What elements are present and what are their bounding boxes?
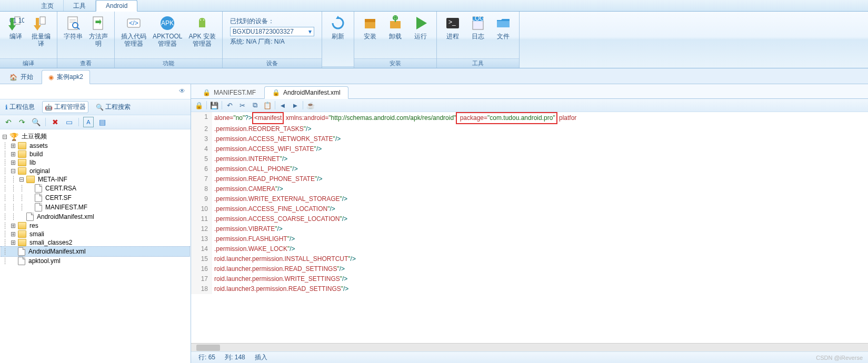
code-line[interactable]: 1alone="no"?><manifest xmlns:android="ht… (191, 112, 868, 124)
tree-folder-build[interactable]: ┊⊞build (1, 150, 189, 158)
file-tab-MANIFEST.MF[interactable]: 🔒MANIFEST.MF (195, 87, 263, 98)
code-line[interactable]: 3.permission.ACCESS_NETWORK_STATE"/> (191, 134, 868, 144)
code-line[interactable]: 17roid.launcher.permission.WRITE_SETTING… (191, 274, 868, 284)
sidebar-tab-工程管理器[interactable]: 🤖工程管理器 (42, 101, 88, 113)
line-number: 9 (191, 194, 212, 204)
project-tree[interactable]: ⊟🏆土豆视频┊⊞assets┊⊞build┊⊞lib┊⊟original┊┊⊟M… (0, 129, 191, 363)
code-line[interactable]: 5.permission.INTERNET"/> (191, 154, 868, 164)
paste-icon[interactable]: 📋 (262, 100, 273, 110)
code-line[interactable]: 7.permission.READ_PHONE_STATE"/> (191, 174, 868, 184)
ribbon-btn-批量编译[interactable]: 批量编译 (28, 14, 54, 58)
tree-file-AndroidManifest.xml[interactable]: ┊┊ AndroidManifest.xml (1, 212, 189, 221)
horizontal-scrollbar[interactable] (191, 343, 868, 351)
sidebar-tab-工程信息[interactable]: ℹ工程信息 (3, 101, 37, 113)
tree-twisty[interactable]: ⊞ (9, 222, 17, 229)
cards-icon[interactable]: ▭ (64, 117, 74, 127)
tree-file-MANIFEST.MF[interactable]: ┊┊┊ MANIFEST.MF (1, 203, 189, 212)
tree-folder-smali_classes2[interactable]: ┊⊞smali_classes2 (1, 238, 189, 247)
save-icon[interactable]: 💾 (208, 100, 220, 110)
code-line[interactable]: 14.permission.WAKE_LOCK"/> (191, 244, 868, 254)
tree-twisty[interactable]: ⊟ (1, 133, 8, 140)
menu-tab-工具[interactable]: 工具 (64, 0, 96, 11)
code-line[interactable]: 15roid.launcher.permission.INSTALL_SHORT… (191, 254, 868, 264)
code-line[interactable]: 13.permission.FLASHLIGHT"/> (191, 234, 868, 244)
tree-twisty[interactable] (9, 248, 17, 255)
tree-folder-lib[interactable]: ┊⊞lib (1, 158, 189, 167)
ribbon-btn-进程[interactable]: >_进程 (440, 14, 465, 58)
code-line[interactable]: 6.permission.CALL_PHONE"/> (191, 164, 868, 174)
tree-twisty[interactable] (26, 204, 34, 211)
tree-file-CERT.SF[interactable]: ┊┊┊ CERT.SF (1, 193, 189, 203)
cut-icon[interactable]: ✂ (236, 100, 248, 110)
ribbon-btn-编译[interactable]: 01 10编译 (3, 14, 28, 58)
ribbon-btn-运行[interactable]: 运行 (408, 14, 433, 58)
ribbon-btn-APK安装管理器[interactable]: APK 安装管理器 (185, 14, 218, 58)
code-line[interactable]: 9.permission.WRITE_EXTERNAL_STORAGE"/> (191, 194, 868, 204)
sidebar-tab-工程搜索[interactable]: 🔍工程搜索 (94, 101, 133, 113)
doc-tab-案例apk2[interactable]: ◉案例apk2 (42, 70, 90, 84)
undo-icon[interactable]: ↶ (224, 100, 235, 110)
lock-icon[interactable]: 🔒 (193, 100, 205, 110)
svg-rect-16 (365, 19, 375, 22)
tree-twisty[interactable]: ⊞ (9, 239, 17, 246)
search-icon[interactable]: 🔍 (31, 117, 41, 127)
tree-twisty[interactable] (9, 257, 17, 265)
tree-file-apktool.yml[interactable]: ┊ apktool.yml (1, 256, 189, 266)
code-line[interactable]: 18roid.launcher3.permission.READ_SETTING… (191, 284, 868, 294)
tree-folder-res[interactable]: ┊⊞res (1, 221, 189, 230)
ribbon-btn-日志[interactable]: LOG日志 (465, 14, 491, 58)
tree-twisty[interactable] (26, 185, 34, 192)
ribbon-btn-刷新[interactable]: 刷新 (325, 14, 351, 66)
file-tab-label: MANIFEST.MF (214, 89, 256, 96)
doc-tab-开始[interactable]: 🏠开始 (3, 70, 39, 84)
back-icon[interactable]: ↶ (3, 117, 14, 127)
code-line[interactable]: 10.permission.ACCESS_FINE_LOCATION"/> (191, 204, 868, 214)
forward-icon[interactable]: ↷ (17, 117, 27, 127)
magnify-doc-icon (65, 15, 82, 32)
tree-twisty[interactable] (26, 194, 34, 201)
goto-back-icon[interactable]: ◄ (277, 100, 288, 110)
code-line[interactable]: 4.permission.ACCESS_WIFI_STATE"/> (191, 144, 868, 154)
tree-folder-assets[interactable]: ┊⊞assets (1, 142, 189, 150)
ribbon-btn-安装[interactable]: 安装 (357, 14, 383, 58)
code-line[interactable]: 12.permission.VIBRATE"/> (191, 224, 868, 234)
tree-folder-smali[interactable]: ┊⊞smali (1, 230, 189, 238)
goto-fwd-icon[interactable]: ► (290, 100, 301, 110)
ribbon-btn-文件[interactable]: 文件 (491, 14, 516, 58)
svg-rect-15 (365, 21, 375, 28)
doc-icon[interactable]: ▤ (97, 117, 107, 127)
code-line[interactable]: 11.permission.ACCESS_COARSE_LOCATION"/> (191, 214, 868, 224)
ribbon-btn-方法声明[interactable]: 方法声明 (86, 14, 111, 58)
tree-twisty[interactable]: ⊞ (9, 159, 17, 166)
tree-folder-META-INF[interactable]: ┊┊⊟META-INF (1, 175, 189, 184)
code-editor[interactable]: 1alone="no"?><manifest xmlns:android="ht… (191, 112, 868, 343)
tree-twisty[interactable]: ⊟ (18, 176, 25, 183)
menu-tab-主页[interactable]: 主页 (32, 0, 64, 11)
copy-icon[interactable]: ⧉ (249, 100, 261, 110)
tree-twisty[interactable]: ⊞ (9, 230, 17, 238)
tree-root-土豆视频[interactable]: ⊟🏆土豆视频 (1, 132, 189, 142)
coffee-icon[interactable]: ☕ (305, 100, 316, 110)
device-select[interactable]: BGXDU18723003327▾ (230, 27, 314, 36)
file-tab-AndroidManifest.xml[interactable]: 🔒AndroidManifest.xml (264, 86, 348, 99)
code-line[interactable]: 2.permission.REORDER_TASKS"/> (191, 124, 868, 134)
ribbon-btn-APKTOOL管理器[interactable]: APKAPKTOOL管理器 (149, 14, 185, 58)
tree-twisty[interactable]: ⊞ (9, 142, 17, 149)
code-line[interactable]: 16roid.launcher.permission.READ_SETTINGS… (191, 264, 868, 274)
ribbon-btn-字符串[interactable]: 字符串 (61, 14, 86, 58)
tree-file-CERT.RSA[interactable]: ┊┊┊ CERT.RSA (1, 184, 189, 193)
delete-icon[interactable]: ✖ (50, 117, 61, 127)
menu-tab-Android[interactable]: Android (96, 0, 137, 12)
eye-icon[interactable]: 👁 (179, 87, 185, 95)
ribbon-btn-卸载[interactable]: 卸载 (383, 14, 408, 58)
tree-twisty[interactable]: ⊞ (9, 150, 17, 158)
sidebar: 👁 ℹ工程信息🤖工程管理器🔍工程搜索 ↶ ↷ 🔍 ✖ ▭ A ▤ ⊟🏆土豆视频┊… (0, 84, 191, 363)
font-a-icon[interactable]: A (83, 117, 94, 127)
tree-twisty[interactable]: ⊟ (9, 167, 17, 175)
tree-file-AndroidManifest.xml[interactable]: ┊ AndroidManifest.xml (1, 247, 189, 256)
tree-twisty[interactable] (18, 213, 25, 220)
ribbon-btn-插入代码管理器[interactable]: </>插入代码管理器 (118, 14, 149, 58)
menu-tab-bar: 主页工具Android (0, 0, 868, 12)
code-line[interactable]: 8.permission.CAMERA"/> (191, 184, 868, 194)
tree-folder-original[interactable]: ┊⊟original (1, 167, 189, 175)
